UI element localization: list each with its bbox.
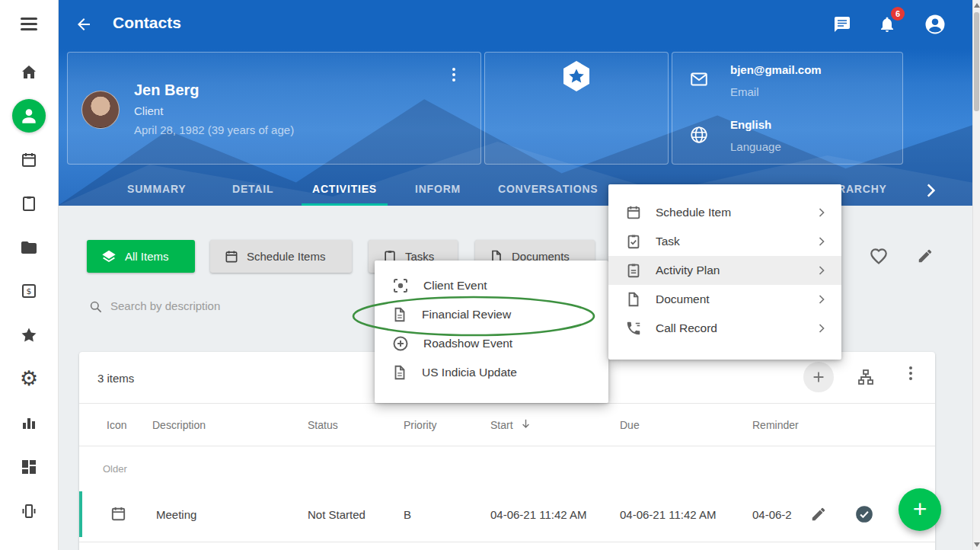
divider [79,403,935,404]
window-scrollbar[interactable] [972,0,980,550]
page-title: Contacts [113,14,181,32]
tab-detail[interactable]: DETAIL [232,176,273,203]
home-icon[interactable] [20,63,38,82]
row-due: 04-06-21 11:42 AM [620,508,716,521]
chevron-right-icon [814,292,829,307]
clipboard-icon [625,233,642,250]
account-icon[interactable] [924,13,946,36]
row-complete-check-icon[interactable] [854,504,874,524]
back-button[interactable] [75,15,93,34]
profile-card: Jen Berg Client April 28, 1982 (39 years… [67,52,481,165]
globe-icon [689,125,709,145]
billing-icon[interactable]: $ [20,282,38,300]
chevron-right-icon [814,234,829,249]
document-icon [391,306,408,323]
chevron-right-icon [814,205,829,220]
document-icon [625,291,642,308]
profile-card-menu-icon[interactable] [452,73,455,76]
tab-summary[interactable]: SUMMARY [127,176,186,203]
col-icon[interactable]: Icon [107,419,126,431]
settings-gear-icon[interactable]: ⚙ [20,368,38,389]
divider [79,446,935,446]
edit-pencil-icon[interactable] [917,248,934,264]
svg-text:$: $ [27,286,32,296]
row-accent-bar [79,491,82,537]
folder-icon[interactable] [20,238,38,257]
row-description: Meeting [156,508,196,521]
tab-conversations[interactable]: CONVERSATIONS [498,176,599,203]
col-reminder[interactable]: Reminder [752,419,799,431]
avatar [81,91,120,129]
menu-icon[interactable] [21,23,37,25]
contact-birthdate: April 28, 1982 (39 years of age) [134,123,294,136]
col-start[interactable]: Start [490,419,513,431]
fab-add-button[interactable]: + [899,488,941,531]
menu-item-financial-review[interactable]: Financial Review [375,300,608,329]
chevron-right-icon [814,321,829,336]
favorite-heart-icon[interactable] [869,246,889,266]
filter-all-items-button[interactable]: All Items [87,240,195,273]
meeting-calendar-icon [110,505,127,523]
phone-icon [625,320,642,337]
dashboard-icon[interactable] [20,458,38,476]
menu-item-activity-plan[interactable]: Activity Plan [608,256,841,285]
col-description[interactable]: Description [152,419,206,431]
menu-item-task[interactable]: Task [608,227,841,256]
menu-item-roadshow-event[interactable]: Roadshow Event [375,329,608,358]
menu-item-label: Document [656,293,800,306]
chat-icon[interactable] [833,15,851,34]
menu-item-label: Client Event [423,279,596,293]
scrollbar-up-arrow[interactable] [974,3,980,8]
plus-icon: + [913,497,927,521]
menu-item-document[interactable]: Document [608,285,841,314]
row-edit-pencil-icon[interactable] [810,506,827,523]
menu-item-label: Financial Review [422,308,596,321]
add-item-button[interactable] [803,362,834,392]
list-menu-kebab-icon[interactable] [909,372,912,375]
email-icon [689,69,709,89]
calendar-icon [224,249,239,264]
contacts-icon-active[interactable] [12,99,46,133]
app-window: Contacts 6 Jen Berg Client April 28, 198… [0,0,980,550]
clipboard-list-icon [625,262,642,279]
col-priority[interactable]: Priority [404,419,437,431]
tab-hierarchy-partial[interactable]: RARCHY [838,176,887,203]
row-priority: B [404,508,411,521]
menu-item-label: Call Record [656,321,800,335]
col-due[interactable]: Due [620,419,640,431]
create-item-menu: Schedule Item Task Activity Plan [608,184,841,360]
menu-item-call-record[interactable]: Call Record [608,314,841,343]
favorites-star-icon[interactable] [20,326,38,344]
calendar-icon[interactable] [20,151,38,169]
tabs-scroll-right-icon[interactable] [921,181,940,200]
row-start: 04-06-21 11:42 AM [490,508,586,521]
filter-schedule-items-button[interactable]: Schedule Items [210,240,352,273]
group-label-older: Older [103,463,127,475]
tab-activities[interactable]: ACTIVITIES [312,176,377,203]
menu-item-us-indicia-update[interactable]: US Indicia Update [375,358,608,387]
contact-type: Client [134,104,163,117]
page-header: Contacts 6 Jen Berg Client April 28, 198… [58,0,974,206]
reports-chart-icon[interactable] [20,414,38,432]
mobile-vibrate-icon[interactable] [20,502,38,520]
tab-inform[interactable]: INFORM [415,176,461,203]
contact-name: Jen Berg [134,82,200,99]
filter-label: All Items [125,250,169,263]
filter-label: Schedule Items [247,250,325,263]
layers-icon [101,248,117,265]
search-icon [88,299,103,314]
menu-item-label: Task [656,235,800,248]
col-status[interactable]: Status [308,419,338,431]
plus-circle-icon [391,334,410,353]
scrollbar-thumb[interactable] [974,12,979,111]
menu-item-schedule-item[interactable]: Schedule Item [608,198,841,227]
scrollbar-down-arrow[interactable] [974,542,980,547]
contact-info-card: bjen@gmail.com Email English Language [672,52,903,165]
sort-descending-icon[interactable] [519,417,532,430]
email-label: Email [730,85,759,98]
menu-item-client-event[interactable]: Client Event [375,271,608,300]
tasks-icon[interactable] [20,194,38,213]
activity-plan-submenu: Client Event Financial Review Roadshow E… [375,261,608,403]
items-count: 3 items [97,372,134,385]
hierarchy-view-icon[interactable] [857,368,875,386]
